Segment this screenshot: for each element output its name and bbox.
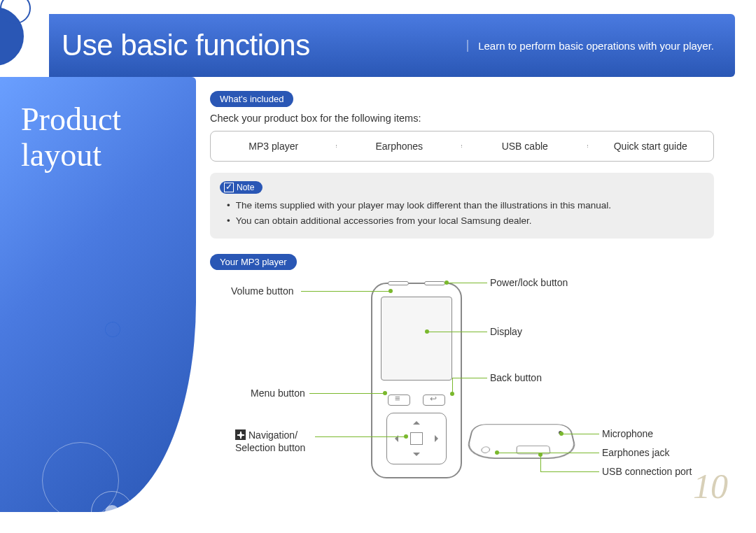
- decorative-dot: [105, 322, 120, 337]
- device-diagram: Volume button Menu button Navigation/ Se…: [210, 276, 714, 499]
- note-box: Note The items supplied with your player…: [210, 173, 714, 239]
- your-mp3-heading: Your MP3 player: [210, 254, 297, 270]
- whats-included-instruction: Check your product box for the following…: [210, 113, 714, 124]
- section-title: Product layout: [0, 77, 196, 173]
- main-content: What's included Check your product box f…: [210, 91, 714, 512]
- device-bottom-illustration: [464, 425, 578, 460]
- included-item: Earphones: [337, 141, 463, 152]
- label-back: Back button: [490, 372, 542, 383]
- device-front-illustration: [371, 283, 462, 478]
- label-earphones-jack: Earphones jack: [602, 447, 670, 458]
- included-item: USB cable: [462, 141, 588, 152]
- title-line-2: layout: [21, 137, 102, 173]
- label-microphone: Microphone: [602, 428, 653, 439]
- page-title: Use basic functions: [62, 29, 310, 62]
- included-item: Quick start guide: [588, 141, 714, 152]
- included-items-box: MP3 player Earphones USB cable Quick sta…: [210, 131, 714, 162]
- label-selection: Selection button: [235, 442, 305, 453]
- label-menu: Menu button: [251, 388, 305, 399]
- page-number: 10: [693, 466, 728, 506]
- note-bullet: The items supplied with your player may …: [227, 199, 701, 212]
- label-power: Power/lock button: [490, 277, 568, 288]
- label-navigation: Navigation/: [235, 429, 298, 441]
- checkmark-icon: [224, 183, 234, 192]
- page-header: Use basic functions Learn to perform bas…: [49, 14, 735, 77]
- navigation-icon: [235, 429, 246, 440]
- label-display: Display: [490, 326, 522, 337]
- included-item: MP3 player: [211, 141, 337, 152]
- note-pill: Note: [220, 181, 262, 194]
- label-volume: Volume button: [231, 285, 294, 297]
- page-subtitle: Learn to perform basic operations with y…: [467, 40, 714, 52]
- whats-included-heading: What's included: [210, 91, 293, 107]
- label-usb-port: USB connection port: [602, 466, 692, 477]
- note-bullet: You can obtain additional accessories fr…: [227, 215, 701, 227]
- sidebar-panel: Product layout: [0, 77, 196, 512]
- note-label: Note: [237, 183, 254, 192]
- title-line-1: Product: [21, 101, 121, 137]
